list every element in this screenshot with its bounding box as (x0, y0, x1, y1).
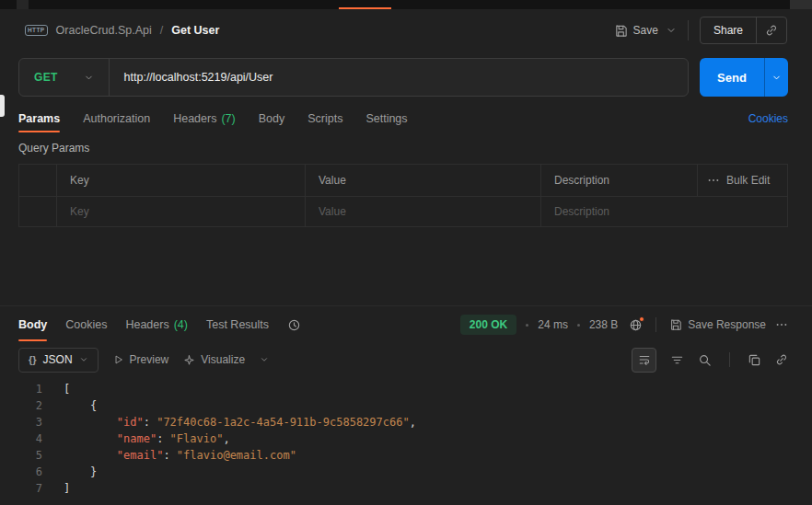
network-info-icon[interactable] (629, 318, 643, 332)
response-body-code[interactable]: 1[2 {3 "id": "72f40c68-1a2c-4a54-911b-9c… (0, 376, 812, 505)
breadcrumb: HTTP OracleCrud.Sp.Api / Get User (25, 24, 219, 37)
param-description-input[interactable] (554, 205, 787, 218)
copy-link-button[interactable] (757, 17, 786, 43)
response-tab-body[interactable]: Body (18, 308, 47, 341)
param-key-cell (56, 197, 305, 226)
visualize-options-chevron[interactable] (260, 355, 269, 364)
tab-label: Cookies (65, 318, 107, 331)
cookies-link[interactable]: Cookies (748, 112, 788, 125)
save-button[interactable]: Save (614, 24, 658, 38)
chevron-down-icon (666, 25, 677, 36)
column-header-description: Description (540, 165, 697, 196)
share-button[interactable]: Share (701, 17, 756, 43)
column-header-key: Key (56, 165, 305, 196)
save-options-chevron[interactable] (666, 25, 677, 36)
tab-label: Test Results (206, 318, 269, 331)
tab-label: Headers (125, 318, 168, 331)
param-description-cell (540, 197, 787, 226)
copy-icon[interactable] (748, 353, 761, 367)
query-params-title: Query Params (18, 142, 89, 155)
http-request-icon: HTTP (25, 25, 48, 37)
breadcrumb-collection[interactable]: OracleCrud.Sp.Api (56, 24, 152, 37)
save-response-button[interactable]: Save Response (669, 318, 766, 331)
tab-label: Authorization (83, 112, 150, 125)
bulk-edit-label: Bulk Edit (726, 174, 770, 187)
braces-icon: {} (29, 354, 37, 365)
response-more-options-icon[interactable] (775, 318, 788, 331)
sidebar-toggle-handle[interactable] (0, 95, 5, 117)
chevron-down-icon (84, 73, 94, 83)
headers-count-badge: (7) (221, 112, 235, 125)
body-toolbar-right (632, 348, 788, 373)
response-history-icon[interactable] (287, 318, 301, 332)
wrap-text-toggle[interactable] (632, 348, 656, 373)
play-icon (113, 354, 124, 365)
response-time[interactable]: 24 ms (538, 318, 568, 331)
tab-settings[interactable]: Settings (365, 105, 407, 132)
preview-button[interactable]: Preview (113, 353, 169, 366)
chevron-down-icon (79, 355, 88, 364)
tab-label: Params (18, 112, 60, 125)
response-tab-test-results[interactable]: Test Results (206, 308, 269, 341)
tab-authorization[interactable]: Authorization (83, 105, 150, 132)
visualize-button[interactable]: Visualize (183, 353, 245, 366)
code-line: 7] (0, 480, 812, 497)
breadcrumb-request-name[interactable]: Get User (171, 24, 219, 37)
separator-dot (526, 324, 528, 327)
proxy-alert-dot (639, 316, 644, 322)
method-selector[interactable]: GET (19, 59, 109, 96)
code-content: "name": "Flavio", (64, 430, 230, 447)
code-content: [ (64, 381, 70, 397)
response-tab-cookies[interactable]: Cookies (65, 308, 107, 341)
line-number: 5 (0, 447, 42, 464)
tab-params[interactable]: Params (18, 105, 60, 132)
filter-icon[interactable] (670, 353, 684, 367)
response-tabs: Body Cookies Headers(4) Test Results 200… (18, 308, 788, 341)
code-content: } (64, 464, 97, 480)
code-content: ] (64, 480, 70, 497)
tab-label: Settings (365, 112, 407, 125)
tab-headers[interactable]: Headers(7) (173, 105, 236, 132)
url-bar: GET http://localhost:5219/api/User (18, 58, 689, 97)
bulk-edit-button[interactable]: Bulk Edit (697, 165, 787, 196)
method-label: GET (34, 71, 58, 84)
format-dropdown[interactable]: {} JSON (18, 348, 99, 373)
url-input[interactable]: http://localhost:5219/api/User (110, 71, 688, 84)
save-response-label: Save Response (688, 318, 766, 331)
param-key-input[interactable] (70, 205, 305, 218)
row-handle[interactable] (19, 197, 56, 226)
format-label: JSON (43, 353, 73, 366)
response-size[interactable]: 238 B (589, 318, 618, 331)
param-value-input[interactable] (319, 205, 540, 218)
response-headers-count-badge: (4) (174, 318, 188, 331)
send-button-group: Send (700, 58, 788, 97)
line-number: 6 (0, 464, 42, 480)
code-content: "email": "flavio@email.com" (64, 447, 296, 464)
breadcrumb-separator: / (160, 24, 163, 37)
tab-label: Body (259, 112, 285, 125)
line-number: 3 (0, 414, 42, 430)
code-line: 4 "name": "Flavio", (0, 430, 812, 447)
send-button[interactable]: Send (700, 71, 764, 85)
meta-divider (655, 317, 656, 332)
line-number: 7 (0, 480, 42, 497)
response-meta: 200 OK 24 ms 238 B Save Response (460, 315, 788, 335)
request-header-row: HTTP OracleCrud.Sp.Api / Get User Save S… (0, 9, 812, 52)
response-tab-headers[interactable]: Headers(4) (125, 308, 188, 341)
code-content: { (64, 397, 97, 414)
status-badge[interactable]: 200 OK (460, 315, 516, 335)
send-options-chevron[interactable] (765, 58, 788, 97)
save-response-icon (669, 318, 682, 331)
tab-label: Scripts (307, 112, 342, 125)
search-icon[interactable] (698, 353, 712, 367)
code-lines: 1[2 {3 "id": "72f40c68-1a2c-4a54-911b-9c… (0, 381, 812, 497)
link-icon (765, 24, 778, 37)
tab-body[interactable]: Body (259, 105, 285, 132)
visualize-label: Visualize (201, 353, 245, 366)
tab-scripts[interactable]: Scripts (307, 105, 342, 132)
param-value-cell (305, 197, 540, 226)
save-button-label: Save (633, 24, 658, 37)
code-line: 6 } (0, 464, 812, 480)
link-icon[interactable] (775, 353, 788, 366)
sparkle-icon (183, 354, 195, 366)
